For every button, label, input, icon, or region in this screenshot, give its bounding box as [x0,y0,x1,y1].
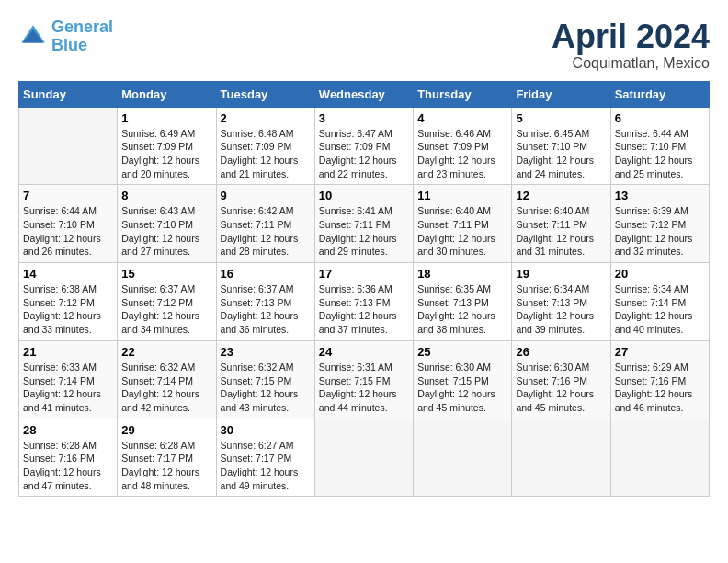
day-number: 14 [23,267,113,281]
day-info: Sunrise: 6:30 AM Sunset: 7:15 PM Dayligh… [417,361,507,415]
day-info: Sunrise: 6:43 AM Sunset: 7:10 PM Dayligh… [121,204,211,259]
calendar-cell [512,419,610,497]
calendar-cell [314,419,413,497]
calendar-cell: 2Sunrise: 6:48 AM Sunset: 7:09 PM Daylig… [216,107,314,185]
calendar-cell: 11Sunrise: 6:40 AM Sunset: 7:11 PM Dayli… [414,185,512,263]
calendar-cell: 13Sunrise: 6:39 AM Sunset: 7:12 PM Dayli… [610,185,709,263]
calendar-cell: 12Sunrise: 6:40 AM Sunset: 7:11 PM Dayli… [512,185,610,263]
day-info: Sunrise: 6:30 AM Sunset: 7:16 PM Dayligh… [516,361,606,415]
day-info: Sunrise: 6:29 AM Sunset: 7:16 PM Dayligh… [615,361,705,415]
day-number: 4 [417,111,507,125]
day-info: Sunrise: 6:47 AM Sunset: 7:09 PM Dayligh… [319,127,409,181]
calendar-cell: 26Sunrise: 6:30 AM Sunset: 7:16 PM Dayli… [512,340,610,419]
calendar-cell: 28Sunrise: 6:28 AM Sunset: 7:16 PM Dayli… [19,419,118,497]
day-number: 30 [221,423,311,437]
weekday-header-saturday: Saturday [610,81,709,107]
day-info: Sunrise: 6:31 AM Sunset: 7:15 PM Dayligh… [319,361,409,415]
day-number: 19 [516,267,606,281]
logo-icon [18,22,48,52]
day-number: 12 [516,189,606,202]
day-number: 11 [417,189,507,202]
day-number: 2 [221,111,311,125]
day-number: 22 [121,345,211,359]
day-number: 17 [319,267,409,281]
calendar-cell: 14Sunrise: 6:38 AM Sunset: 7:12 PM Dayli… [19,263,118,341]
calendar-cell: 5Sunrise: 6:45 AM Sunset: 7:10 PM Daylig… [512,107,610,185]
day-info: Sunrise: 6:33 AM Sunset: 7:14 PM Dayligh… [23,361,113,415]
header: General Blue April 2024 Coquimatlan, Mex… [18,18,710,72]
day-number: 27 [615,345,705,359]
day-info: Sunrise: 6:35 AM Sunset: 7:13 PM Dayligh… [417,282,507,337]
day-info: Sunrise: 6:28 AM Sunset: 7:17 PM Dayligh… [121,439,211,493]
day-info: Sunrise: 6:48 AM Sunset: 7:09 PM Dayligh… [221,127,311,181]
day-info: Sunrise: 6:37 AM Sunset: 7:12 PM Dayligh… [121,282,211,337]
calendar-cell: 3Sunrise: 6:47 AM Sunset: 7:09 PM Daylig… [314,107,413,185]
day-number: 7 [23,189,113,202]
day-info: Sunrise: 6:28 AM Sunset: 7:16 PM Dayligh… [23,439,113,493]
calendar-cell: 16Sunrise: 6:37 AM Sunset: 7:13 PM Dayli… [216,263,314,341]
day-number: 3 [319,111,409,125]
weekday-header-friday: Friday [512,81,610,107]
day-info: Sunrise: 6:44 AM Sunset: 7:10 PM Dayligh… [615,127,705,181]
calendar-cell: 21Sunrise: 6:33 AM Sunset: 7:14 PM Dayli… [19,340,118,419]
day-info: Sunrise: 6:42 AM Sunset: 7:11 PM Dayligh… [221,204,311,259]
calendar-cell: 19Sunrise: 6:34 AM Sunset: 7:13 PM Dayli… [512,263,610,341]
calendar-cell: 23Sunrise: 6:32 AM Sunset: 7:15 PM Dayli… [216,340,314,419]
day-info: Sunrise: 6:36 AM Sunset: 7:13 PM Dayligh… [319,282,409,337]
calendar-cell: 30Sunrise: 6:27 AM Sunset: 7:17 PM Dayli… [216,419,314,497]
calendar-cell: 29Sunrise: 6:28 AM Sunset: 7:17 PM Dayli… [118,419,216,497]
calendar-cell: 8Sunrise: 6:43 AM Sunset: 7:10 PM Daylig… [118,185,216,263]
day-number: 5 [516,111,606,125]
weekday-header-thursday: Thursday [414,81,512,107]
day-number: 8 [121,189,211,202]
calendar-cell: 27Sunrise: 6:29 AM Sunset: 7:16 PM Dayli… [610,340,709,419]
weekday-header-row: SundayMondayTuesdayWednesdayThursdayFrid… [19,81,710,107]
week-row-5: 28Sunrise: 6:28 AM Sunset: 7:16 PM Dayli… [19,419,710,497]
day-info: Sunrise: 6:34 AM Sunset: 7:13 PM Dayligh… [516,282,606,337]
week-row-1: 1Sunrise: 6:49 AM Sunset: 7:09 PM Daylig… [19,107,710,185]
day-info: Sunrise: 6:41 AM Sunset: 7:11 PM Dayligh… [319,204,409,259]
week-row-4: 21Sunrise: 6:33 AM Sunset: 7:14 PM Dayli… [19,340,710,419]
day-info: Sunrise: 6:27 AM Sunset: 7:17 PM Dayligh… [221,439,311,493]
day-number: 28 [23,423,113,437]
day-info: Sunrise: 6:40 AM Sunset: 7:11 PM Dayligh… [417,204,507,259]
weekday-header-wednesday: Wednesday [314,81,413,107]
calendar-table: SundayMondayTuesdayWednesdayThursdayFrid… [18,81,710,498]
weekday-header-tuesday: Tuesday [216,81,314,107]
day-number: 18 [417,267,507,281]
location-subtitle: Coquimatlan, Mexico [552,55,710,72]
week-row-3: 14Sunrise: 6:38 AM Sunset: 7:12 PM Dayli… [19,263,710,341]
title-area: April 2024 Coquimatlan, Mexico [552,18,710,72]
day-number: 13 [615,189,705,202]
calendar-cell: 18Sunrise: 6:35 AM Sunset: 7:13 PM Dayli… [414,263,512,341]
day-number: 21 [23,345,113,359]
weekday-header-monday: Monday [118,81,216,107]
week-row-2: 7Sunrise: 6:44 AM Sunset: 7:10 PM Daylig… [19,185,710,263]
day-info: Sunrise: 6:34 AM Sunset: 7:14 PM Dayligh… [615,282,705,337]
calendar-cell: 25Sunrise: 6:30 AM Sunset: 7:15 PM Dayli… [414,340,512,419]
calendar-cell: 1Sunrise: 6:49 AM Sunset: 7:09 PM Daylig… [118,107,216,185]
calendar-cell [610,419,709,497]
day-number: 23 [221,345,311,359]
calendar-cell: 6Sunrise: 6:44 AM Sunset: 7:10 PM Daylig… [610,107,709,185]
day-number: 1 [121,111,211,125]
day-number: 6 [615,111,705,125]
day-number: 24 [319,345,409,359]
day-number: 29 [121,423,211,437]
month-title: April 2024 [552,18,710,55]
day-number: 20 [615,267,705,281]
logo: General Blue [18,18,113,55]
day-info: Sunrise: 6:39 AM Sunset: 7:12 PM Dayligh… [615,204,705,259]
day-info: Sunrise: 6:37 AM Sunset: 7:13 PM Dayligh… [221,282,311,337]
day-number: 15 [121,267,211,281]
calendar-cell: 9Sunrise: 6:42 AM Sunset: 7:11 PM Daylig… [216,185,314,263]
day-number: 10 [319,189,409,202]
day-number: 9 [221,189,311,202]
day-info: Sunrise: 6:46 AM Sunset: 7:09 PM Dayligh… [417,127,507,181]
day-info: Sunrise: 6:49 AM Sunset: 7:09 PM Dayligh… [121,127,211,181]
calendar-cell [414,419,512,497]
calendar-cell: 4Sunrise: 6:46 AM Sunset: 7:09 PM Daylig… [414,107,512,185]
day-info: Sunrise: 6:45 AM Sunset: 7:10 PM Dayligh… [516,127,606,181]
day-info: Sunrise: 6:32 AM Sunset: 7:15 PM Dayligh… [221,361,311,415]
logo-text: General Blue [51,18,113,55]
